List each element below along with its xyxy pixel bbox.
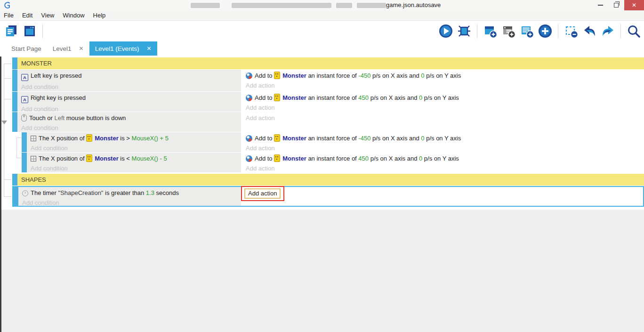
condition-line[interactable]: Left key is pressed	[17, 70, 241, 81]
conditions-cell[interactable]: The X position of Monster is < MouseX() …	[27, 153, 241, 172]
title-bar: game.json.autosave ✕	[0, 0, 644, 10]
tab-close-icon[interactable]: ✕	[146, 45, 151, 52]
redacted-title-text	[232, 3, 331, 8]
undo-button[interactable]	[582, 24, 597, 39]
tab-close-icon[interactable]: ✕	[79, 45, 84, 52]
add-action-button[interactable]: Add action	[242, 142, 644, 152]
event-drag-handle[interactable]	[12, 112, 17, 132]
text-segment: <	[126, 155, 131, 162]
project-manager-button[interactable]	[4, 24, 19, 39]
condition-line[interactable]: Touch or Left mouse button is down	[17, 112, 241, 122]
add-condition-button[interactable]: Add condition	[17, 103, 241, 113]
add-condition-button[interactable]: Add condition	[17, 122, 241, 132]
mouse-icon	[21, 114, 27, 121]
text-segment: The X position of	[39, 135, 86, 142]
event-indent	[0, 186, 12, 207]
play-button[interactable]	[438, 24, 453, 39]
tab-level1[interactable]: Level1✕	[47, 41, 89, 56]
menu-view[interactable]: View	[41, 12, 59, 19]
close-button[interactable]: ✕	[624, 0, 644, 10]
search-button[interactable]	[626, 24, 641, 39]
actions-cell[interactable]: Add action	[242, 112, 644, 132]
minimize-button[interactable]	[592, 0, 608, 10]
events-sheet: MONSTERLeft key is pressedAdd conditionA…	[0, 57, 644, 207]
add-condition-button[interactable]: Add condition	[18, 197, 241, 207]
action-line[interactable]: Add to Monster an instant force of -450 …	[242, 132, 644, 142]
event-row[interactable]: The timer "ShapeCreation" is greater tha…	[0, 186, 644, 207]
add-something-button[interactable]	[538, 24, 553, 39]
conditions-cell[interactable]: Right key is pressedAdd condition	[17, 92, 241, 112]
action-line[interactable]: Add to Monster an instant force of 450 p…	[242, 92, 644, 102]
scene-editor-button[interactable]	[22, 24, 37, 39]
text-segment: Add to	[255, 94, 274, 101]
group-header-label[interactable]: SHAPES	[17, 174, 644, 186]
add-condition-button[interactable]: Add condition	[17, 81, 241, 91]
condition-line[interactable]: The X position of Monster is > MouseX() …	[27, 132, 241, 142]
text-segment: Add to	[255, 135, 274, 142]
event-body: Left key is pressedAdd conditionAdd to M…	[12, 70, 644, 91]
tab-level1-events-[interactable]: Level1 (Events)✕	[89, 41, 157, 56]
condition-line[interactable]: Right key is pressed	[17, 92, 241, 103]
conditions-cell[interactable]: The X position of Monster is > MouseX() …	[27, 132, 241, 152]
tab-start-page[interactable]: Start Page	[6, 41, 47, 56]
add-action-button[interactable]: Add action	[242, 112, 644, 122]
event-drag-handle[interactable]	[12, 57, 17, 69]
conditions-cell[interactable]: Touch or Left mouse button is downAdd co…	[17, 112, 241, 132]
event-drag-handle[interactable]	[13, 187, 18, 206]
toolbar-separator	[558, 24, 558, 38]
actions-cell[interactable]: Add action	[242, 187, 643, 206]
menu-help[interactable]: Help	[93, 12, 111, 19]
actions-cell[interactable]: Add to Monster an instant force of 450 p…	[242, 153, 644, 172]
timer-icon	[22, 190, 28, 196]
event-drag-handle[interactable]	[22, 132, 27, 152]
text-segment: is	[119, 155, 127, 162]
text-segment: p/s on X axis and	[369, 94, 419, 101]
event-row[interactable]: Right key is pressedAdd conditionAdd to …	[0, 92, 644, 112]
conditions-cell[interactable]: The timer "ShapeCreation" is greater tha…	[18, 187, 241, 206]
event-row[interactable]: The X position of Monster is < MouseX() …	[0, 153, 644, 172]
restore-button[interactable]	[608, 0, 624, 10]
add-event-button[interactable]	[483, 24, 498, 39]
event-drag-handle[interactable]	[12, 92, 17, 112]
actions-cell[interactable]: Add to Monster an instant force of -450 …	[242, 132, 644, 152]
actions-cell[interactable]: Add to Monster an instant force of 450 p…	[242, 92, 644, 112]
add-sub-event-button[interactable]	[501, 24, 516, 39]
toolbar-separator	[477, 24, 477, 38]
add-action-button[interactable]: Add action	[244, 188, 281, 199]
add-action-button[interactable]: Add action	[242, 162, 644, 172]
play-icon	[438, 24, 453, 39]
actions-cell[interactable]: Add to Monster an instant force of -450 …	[242, 70, 644, 91]
action-line[interactable]: Add to Monster an instant force of -450 …	[242, 70, 644, 80]
add-action-button[interactable]: Add action	[242, 80, 644, 89]
condition-line[interactable]: The X position of Monster is < MouseX() …	[27, 153, 241, 162]
minimize-icon	[598, 5, 603, 6]
menu-file[interactable]: File	[4, 12, 18, 19]
text-segment: -450	[358, 135, 370, 142]
event-row[interactable]: The X position of Monster is > MouseX() …	[0, 132, 644, 152]
add-circle-icon	[538, 24, 553, 39]
event-row[interactable]: Touch or Left mouse button is downAdd co…	[0, 112, 644, 132]
text-segment: Touch or	[29, 114, 54, 121]
remove-selection-button[interactable]	[564, 24, 579, 39]
group-header-row: MONSTER	[0, 57, 644, 69]
menu-window[interactable]: Window	[63, 12, 89, 19]
add-comment-button[interactable]	[519, 24, 534, 39]
condition-line[interactable]: The timer "ShapeCreation" is greater tha…	[18, 187, 241, 197]
group-header-row: SHAPES	[0, 174, 644, 186]
group-header-label[interactable]: MONSTER	[17, 57, 644, 69]
menubar: FileEditViewWindowHelp	[0, 10, 644, 21]
add-condition-button[interactable]: Add condition	[27, 142, 241, 152]
event-drag-handle[interactable]	[22, 153, 27, 172]
event-row[interactable]: Left key is pressedAdd conditionAdd to M…	[0, 70, 644, 91]
event-drag-handle[interactable]	[12, 174, 17, 186]
redo-button[interactable]	[600, 24, 615, 39]
conditions-cell[interactable]: Left key is pressedAdd condition	[17, 70, 241, 91]
event-drag-handle[interactable]	[12, 70, 17, 91]
add-action-button[interactable]: Add action	[242, 102, 644, 112]
action-line[interactable]: Add to Monster an instant force of 450 p…	[242, 153, 644, 162]
debug-button[interactable]	[457, 24, 472, 39]
add-condition-button[interactable]: Add condition	[27, 162, 241, 172]
tab-label: Start Page	[11, 45, 41, 52]
menu-edit[interactable]: Edit	[22, 12, 37, 19]
toolbar-separator	[620, 24, 621, 38]
